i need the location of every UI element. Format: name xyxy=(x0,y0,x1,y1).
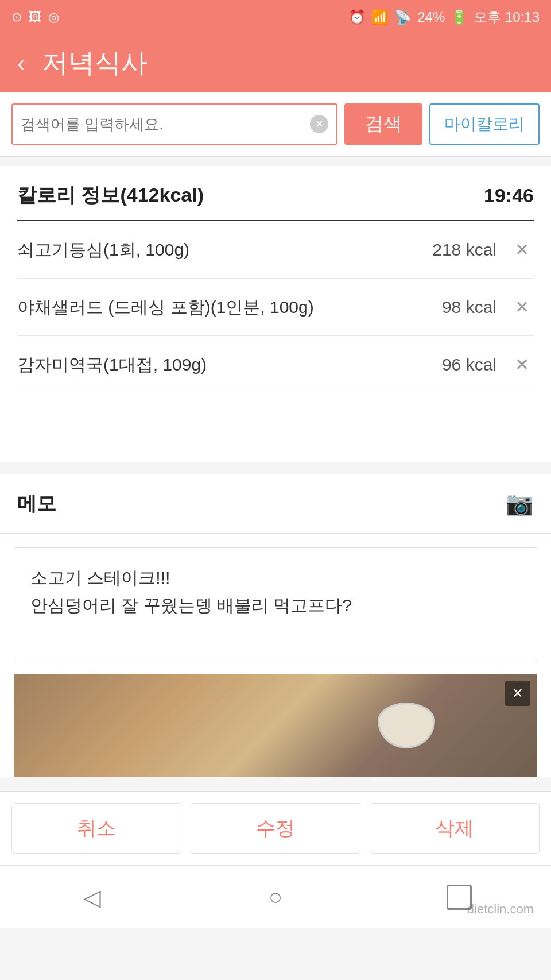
wifi-icon: 📶 xyxy=(371,9,389,25)
page-title: 저녁식사 xyxy=(42,45,148,81)
search-input-wrap: ✕ xyxy=(11,103,337,145)
calorie-section: 칼로리 정보(412kcal) 19:46 쇠고기등심(1회, 100g) 21… xyxy=(0,166,551,462)
food-delete-button[interactable]: ✕ xyxy=(510,352,534,377)
battery-percent: 24% xyxy=(417,9,445,25)
time-display: 오후 10:13 xyxy=(474,8,540,26)
calorie-time: 19:46 xyxy=(484,184,534,207)
edit-button[interactable]: 수정 xyxy=(191,803,360,854)
food-kcal: 96 kcal xyxy=(442,355,496,375)
food-name: 쇠고기등심(1회, 100g) xyxy=(17,238,432,262)
calorie-title: 칼로리 정보(412kcal) xyxy=(17,182,204,209)
image-icon: 🖼 xyxy=(29,10,41,25)
camera-icon[interactable]: 📷 xyxy=(505,490,534,517)
memo-title: 메모 xyxy=(17,491,56,517)
food-item: 쇠고기등심(1회, 100g) 218 kcal ✕ xyxy=(17,221,534,279)
food-item: 야채샐러드 (드레싱 포함)(1인분, 100g) 98 kcal ✕ xyxy=(17,279,534,336)
calorie-header: 칼로리 정보(412kcal) 19:46 xyxy=(17,182,534,221)
food-kcal: 218 kcal xyxy=(432,240,496,260)
search-clear-button[interactable]: ✕ xyxy=(310,115,328,133)
memo-section: 메모 📷 소고기 스테이크!!!안심덩어리 잘 꾸웠는뎅 배불리 먹고프다? ✕ xyxy=(0,474,551,777)
bottom-nav: ◁ ○ dietclin.com xyxy=(0,865,551,928)
food-name: 감자미역국(1대접, 109g) xyxy=(17,353,442,377)
nav-home-button[interactable]: ○ xyxy=(184,866,367,928)
food-name: 야채샐러드 (드레싱 포함)(1인분, 100g) xyxy=(17,295,442,319)
u-icon: ⊙ xyxy=(11,10,22,25)
photo-background xyxy=(14,674,537,777)
nav-home-icon: ○ xyxy=(269,884,282,910)
record-icon: ◎ xyxy=(48,10,59,25)
nav-recent-button[interactable] xyxy=(367,866,551,928)
action-buttons: 취소 수정 삭제 xyxy=(0,791,551,865)
status-left-icons: ⊙ 🖼 ◎ xyxy=(11,10,59,25)
battery-icon: 🔋 xyxy=(451,9,468,25)
nav-back-icon: ◁ xyxy=(83,884,101,910)
delete-button[interactable]: 삭제 xyxy=(370,803,540,854)
memo-text: 소고기 스테이크!!!안심덩어리 잘 꾸웠는뎅 배불리 먹고프다? xyxy=(30,564,521,619)
alarm-icon: ⏰ xyxy=(348,9,366,25)
memo-text-area: 소고기 스테이크!!!안심덩어리 잘 꾸웠는뎅 배불리 먹고프다? xyxy=(14,547,537,662)
search-input[interactable] xyxy=(21,115,310,133)
nav-back-button[interactable]: ◁ xyxy=(0,866,184,928)
food-item: 감자미역국(1대접, 109g) 96 kcal ✕ xyxy=(17,336,534,393)
back-button[interactable]: ‹ xyxy=(17,51,25,76)
search-button[interactable]: 검색 xyxy=(344,103,422,145)
food-delete-button[interactable]: ✕ xyxy=(510,237,534,262)
watermark: dietclin.com xyxy=(467,902,534,917)
photo-close-button[interactable]: ✕ xyxy=(505,681,530,706)
calorie-spacer xyxy=(17,393,534,462)
status-right-info: ⏰ 📶 📡 24% 🔋 오후 10:13 xyxy=(348,8,540,26)
header: ‹ 저녁식사 xyxy=(0,34,551,92)
food-delete-button[interactable]: ✕ xyxy=(510,295,534,319)
status-bar: ⊙ 🖼 ◎ ⏰ 📶 📡 24% 🔋 오후 10:13 xyxy=(0,0,551,34)
memo-header: 메모 📷 xyxy=(0,474,551,534)
signal-icon: 📡 xyxy=(394,9,412,25)
cancel-button[interactable]: 취소 xyxy=(11,803,181,854)
search-bar: ✕ 검색 마이칼로리 xyxy=(0,92,551,157)
my-calorie-button[interactable]: 마이칼로리 xyxy=(429,103,540,145)
food-kcal: 98 kcal xyxy=(442,298,496,317)
food-photo: ✕ xyxy=(14,674,537,777)
